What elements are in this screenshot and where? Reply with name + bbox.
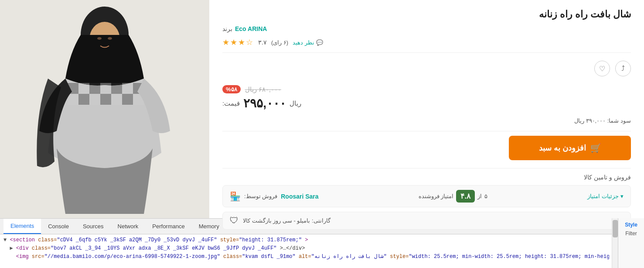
- share-icon: ⤴: [621, 65, 625, 72]
- seller-left: Roosari Sara فروش توسط: 🏪: [230, 191, 319, 202]
- product-image-svg: [0, 0, 209, 218]
- svg-rect-15: [122, 94, 133, 105]
- rating-of-label: از: [477, 193, 482, 199]
- style-button[interactable]: Style: [625, 222, 637, 228]
- store-icon: 🏪: [230, 191, 241, 202]
- chevron-down-icon: ▾: [620, 193, 624, 199]
- devtools-right-panel: Style Filter: [618, 218, 644, 268]
- brand-label: برند: [222, 25, 232, 32]
- devtools-scrollbar[interactable]: [612, 218, 618, 268]
- brand-name[interactable]: Eco ARINA: [235, 25, 267, 32]
- svg-point-17: [97, 37, 102, 40]
- current-price-row: ریال ۲۹۵,۰۰۰ قیمت:: [222, 96, 631, 110]
- svg-rect-6: [100, 83, 111, 94]
- discount-badge: %۵۸: [222, 85, 241, 93]
- product-info: شال بافت راه راه زنانه Eco ARINA برند 💬 …: [209, 0, 644, 218]
- details-label: جزئیات امتیاز: [587, 193, 619, 199]
- review-label: نظر دهید: [293, 39, 314, 46]
- stars: ☆★★★: [222, 38, 254, 47]
- rating-info: ۵ از ۴.۸ امتیاز فروشنده: [419, 190, 487, 203]
- add-to-cart-label: افزودن به سبد: [539, 143, 586, 153]
- share-button[interactable]: ⤴: [615, 61, 631, 76]
- seller-name[interactable]: Roosari Sara: [281, 193, 318, 200]
- tab-network[interactable]: Network: [111, 219, 146, 234]
- supply-section: فروش و تامین کالا: [222, 168, 631, 181]
- tab-console[interactable]: Console: [41, 219, 76, 234]
- details-button[interactable]: ▾ جزئیات امتیاز: [587, 193, 624, 199]
- svg-rect-8: [122, 83, 133, 94]
- rating-of-value: ۵: [484, 193, 487, 199]
- currency: ریال: [290, 100, 301, 107]
- current-price: ۲۹۵,۰۰۰: [243, 96, 286, 110]
- original-price: ۶۸۰,۰۰۰ ریال: [245, 86, 281, 93]
- savings-row: سود شما: ۳۹۰,۰۰۰ ریال: [222, 117, 631, 124]
- tab-elements[interactable]: Elements: [3, 219, 41, 234]
- price-label: قیمت:: [222, 100, 240, 107]
- original-price-row: ۶۸۰,۰۰۰ ریال %۵۸: [222, 85, 631, 93]
- review-link[interactable]: 💬 نظر دهید: [293, 39, 323, 46]
- action-icons: ⤴ ♡: [594, 61, 631, 76]
- svg-rect-4: [78, 83, 89, 94]
- tab-sources[interactable]: Sources: [76, 219, 111, 234]
- product-image: [0, 0, 209, 218]
- devtools-content: ▼ <section class="cDV4 _6qfb c5Yk _3kSF …: [0, 234, 644, 268]
- rating-row: 💬 نظر دهید (۶ رای) ۳.۷ ☆★★★: [222, 38, 631, 53]
- devtools-line-3: <img src="//media.bamilo.com/p/eco-arina…: [3, 253, 609, 261]
- svg-rect-5: [89, 83, 100, 94]
- cart-icon: 🛒: [590, 143, 601, 153]
- seller-label: فروش توسط:: [244, 193, 277, 199]
- rating-count: (۶ رای): [271, 39, 288, 46]
- svg-rect-7: [111, 83, 122, 94]
- main-content: شال بافت راه راه زنانه Eco ARINA برند 💬 …: [0, 0, 644, 218]
- svg-rect-14: [111, 94, 122, 105]
- rating-value: ۳.۷: [258, 39, 267, 46]
- price-section: ۶۸۰,۰۰۰ ریال %۵۸ ریال ۲۹۵,۰۰۰ قیمت:: [222, 85, 631, 110]
- svg-rect-11: [78, 94, 89, 105]
- guarantee-label: گارانتی: بامیلو - سی روز بازگشت کالا: [243, 217, 331, 224]
- tab-performance[interactable]: Performance: [145, 219, 191, 234]
- devtools-line-2: ▶ <div class="bov7 akCL _3_94 _10YS aVxr…: [3, 244, 609, 253]
- seller-rating-label: امتیاز فروشنده: [419, 193, 454, 199]
- collapse-triangle[interactable]: ▼: [3, 236, 7, 244]
- guarantee-icon: 🛡: [230, 216, 239, 226]
- divider: [222, 131, 631, 131]
- svg-point-18: [108, 37, 112, 40]
- brand-row: Eco ARINA برند: [222, 25, 631, 32]
- devtools-line-1: ▼ <section class="cDV4 _6qfb c5Yk _3kSF …: [3, 236, 609, 244]
- add-to-cart-button[interactable]: 🛒 افزودن به سبد: [509, 136, 631, 160]
- product-title: شال بافت راه راه زنانه: [222, 9, 631, 20]
- tab-memory[interactable]: Memory: [192, 219, 226, 234]
- wishlist-button[interactable]: ♡: [594, 61, 610, 76]
- heart-icon: ♡: [599, 65, 605, 73]
- expand-triangle[interactable]: ▶: [10, 244, 13, 253]
- svg-rect-13: [100, 94, 111, 105]
- devtools-scrollbar-thumb[interactable]: [613, 220, 618, 237]
- action-row: ⤴ ♡: [222, 61, 631, 76]
- svg-rect-12: [89, 94, 100, 105]
- comment-icon: 💬: [316, 39, 323, 46]
- seller-row: ▾ جزئیات امتیاز ۵ از ۴.۸ امتیاز فروشنده …: [222, 185, 631, 207]
- filter-button[interactable]: Filter: [625, 230, 637, 237]
- seller-rating-badge: ۴.۸: [456, 190, 475, 203]
- svg-rect-10: [68, 94, 78, 105]
- guarantee-row: گارانتی: بامیلو - سی روز بازگشت کالا 🛡: [222, 212, 631, 230]
